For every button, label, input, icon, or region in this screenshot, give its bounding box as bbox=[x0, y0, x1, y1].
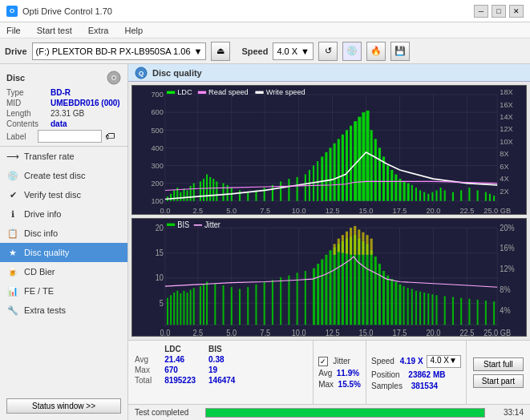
status-window-button[interactable]: Status window >> bbox=[6, 398, 121, 414]
menu-help[interactable]: Help bbox=[121, 25, 146, 36]
svg-text:20.0: 20.0 bbox=[426, 329, 440, 336]
svg-text:5.0: 5.0 bbox=[226, 329, 237, 336]
svg-text:100: 100 bbox=[152, 196, 164, 205]
burn-button[interactable]: 🔥 bbox=[366, 42, 386, 61]
sidebar-item-verify-test-disc[interactable]: ✔Verify test disc bbox=[0, 185, 127, 204]
speed-label-stats: Speed bbox=[371, 357, 397, 365]
svg-rect-175 bbox=[223, 285, 225, 325]
menu-extra[interactable]: Extra bbox=[85, 25, 112, 36]
svg-rect-76 bbox=[297, 177, 298, 201]
jitter-checkbox[interactable]: ✓ bbox=[318, 357, 328, 366]
svg-rect-62 bbox=[206, 175, 208, 201]
mid-key: MID bbox=[6, 99, 51, 107]
stats-table: LDC BIS Avg 21.46 0.38 Max 670 19 Tota bbox=[128, 341, 313, 404]
samples-value: 381534 bbox=[411, 382, 438, 390]
avg-ldc: 21.46 bbox=[158, 354, 202, 365]
svg-rect-66 bbox=[223, 184, 225, 201]
svg-rect-104 bbox=[415, 188, 417, 201]
maximize-button[interactable]: □ bbox=[492, 5, 506, 18]
svg-text:12.5: 12.5 bbox=[326, 329, 340, 336]
svg-rect-229 bbox=[354, 226, 356, 255]
svg-text:16X: 16X bbox=[500, 99, 513, 108]
label-input[interactable] bbox=[38, 130, 102, 143]
svg-text:Write speed: Write speed bbox=[266, 87, 305, 96]
svg-rect-201 bbox=[374, 256, 377, 325]
sidebar-item-drive-info[interactable]: ℹDrive info bbox=[0, 204, 127, 224]
svg-rect-202 bbox=[378, 264, 381, 325]
svg-rect-209 bbox=[407, 289, 409, 325]
svg-rect-204 bbox=[386, 276, 389, 325]
svg-rect-174 bbox=[214, 284, 216, 325]
sidebar-item-disc-info[interactable]: 📋Disc info bbox=[0, 224, 127, 243]
svg-rect-186 bbox=[313, 269, 315, 325]
svg-rect-92 bbox=[366, 111, 370, 201]
svg-rect-73 bbox=[272, 185, 273, 201]
svg-text:22.5: 22.5 bbox=[459, 206, 474, 214]
sidebar-item-disc-quality[interactable]: ★Disc quality bbox=[0, 243, 127, 262]
svg-rect-75 bbox=[288, 179, 289, 201]
speed-selector[interactable]: 4.0 X ▼ bbox=[273, 42, 314, 60]
svg-rect-179 bbox=[255, 285, 257, 325]
sidebar-item-cd-bier[interactable]: 🍺CD Bier bbox=[0, 262, 127, 281]
sidebar-item-create-test-disc[interactable]: 💿Create test disc bbox=[0, 166, 127, 185]
svg-rect-205 bbox=[390, 279, 393, 325]
disc-quality-icon: Q bbox=[135, 67, 148, 79]
drive-info-icon: ℹ bbox=[6, 208, 19, 220]
svg-rect-87 bbox=[346, 130, 348, 200]
nav-label: Transfer rate bbox=[24, 151, 75, 161]
eject-button[interactable]: ⏏ bbox=[211, 42, 230, 61]
svg-rect-189 bbox=[325, 255, 327, 325]
chart-bottom: 20 15 10 5 20% 16% 12% 8% 4% bbox=[131, 218, 527, 337]
samples-label: Samples bbox=[371, 382, 403, 390]
start-full-button[interactable]: Start full bbox=[473, 357, 524, 371]
svg-rect-165 bbox=[176, 291, 178, 325]
svg-text:5: 5 bbox=[160, 299, 164, 308]
save-button[interactable]: 💾 bbox=[390, 42, 410, 61]
start-part-button[interactable]: Start part bbox=[473, 374, 524, 388]
svg-text:10.0: 10.0 bbox=[292, 329, 306, 336]
svg-rect-184 bbox=[297, 273, 298, 325]
sidebar-item-fe-te[interactable]: 📊FE / TE bbox=[0, 281, 127, 301]
menu-start-test[interactable]: Start test bbox=[34, 25, 75, 36]
app-title: Opti Drive Control 1.70 bbox=[22, 6, 112, 16]
svg-rect-118 bbox=[493, 196, 495, 201]
drive-selector[interactable]: (F:) PLEXTOR BD-R PX-LB950SA 1.06 ▼ bbox=[32, 42, 207, 60]
svg-text:15.0: 15.0 bbox=[359, 206, 374, 214]
label-icon[interactable]: 🏷 bbox=[105, 131, 115, 142]
refresh-button[interactable]: ↺ bbox=[318, 42, 338, 61]
sidebar-item-extra-tests[interactable]: 🔧Extra tests bbox=[0, 301, 127, 320]
svg-text:200: 200 bbox=[152, 179, 164, 188]
speed-selector-stats[interactable]: 4.0 X▼ bbox=[427, 355, 461, 368]
sidebar-item-transfer-rate[interactable]: ⟶Transfer rate bbox=[0, 147, 127, 166]
svg-rect-192 bbox=[338, 244, 340, 325]
nav-label: Create test disc bbox=[24, 171, 85, 180]
svg-rect-182 bbox=[280, 277, 281, 325]
nav-label: CD Bier bbox=[24, 267, 55, 277]
menu-file[interactable]: File bbox=[3, 25, 24, 36]
svg-point-2 bbox=[113, 77, 115, 79]
svg-rect-170 bbox=[193, 289, 195, 325]
svg-rect-191 bbox=[334, 248, 336, 325]
progress-fill bbox=[206, 409, 484, 417]
mid-value: UMEBDR016 (000) bbox=[51, 99, 120, 107]
minimize-button[interactable]: ─ bbox=[474, 5, 488, 18]
disc-button[interactable]: 💿 bbox=[342, 42, 362, 61]
svg-rect-222 bbox=[485, 301, 487, 325]
svg-rect-220 bbox=[468, 299, 470, 325]
svg-rect-162 bbox=[167, 298, 168, 325]
svg-rect-164 bbox=[173, 293, 175, 325]
svg-rect-72 bbox=[264, 188, 265, 201]
svg-text:400: 400 bbox=[152, 143, 164, 151]
close-button[interactable]: ✕ bbox=[509, 5, 524, 18]
svg-rect-94 bbox=[374, 139, 377, 200]
speed-value-stats: 4.19 X bbox=[400, 357, 423, 365]
svg-rect-61 bbox=[203, 179, 204, 201]
nav-label: Verify test disc bbox=[24, 190, 81, 200]
svg-text:20: 20 bbox=[156, 223, 164, 232]
svg-rect-181 bbox=[272, 281, 273, 325]
total-ldc: 8195223 bbox=[158, 375, 202, 386]
svg-text:2X: 2X bbox=[500, 187, 509, 196]
svg-rect-63 bbox=[209, 177, 211, 201]
nav-label: Disc quality bbox=[24, 248, 69, 257]
svg-rect-213 bbox=[423, 293, 425, 325]
